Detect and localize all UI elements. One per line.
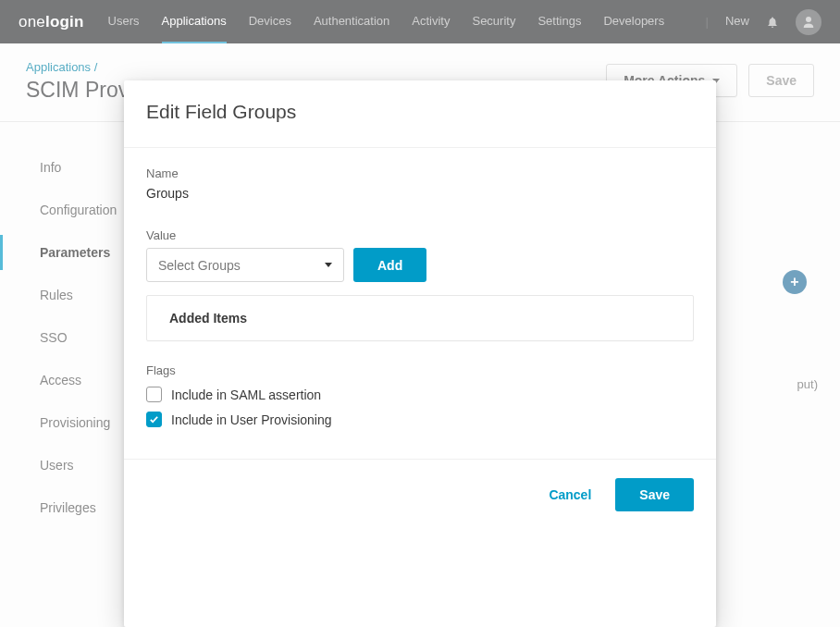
modal-title: Edit Field Groups [124, 80, 716, 148]
field-value-group: Value Select Groups Add Added Items [146, 228, 694, 341]
modal-body: Name Groups Value Select Groups Add Adde… [124, 148, 716, 459]
flag-saml-label: Include in SAML assertion [171, 387, 321, 402]
groups-select[interactable]: Select Groups [146, 248, 344, 282]
plus-icon: + [790, 274, 798, 290]
chevron-down-icon [325, 263, 332, 267]
nav-users[interactable]: Users [108, 0, 140, 43]
flags-group: Flags Include in SAML assertion Include … [146, 363, 694, 427]
flags-label: Flags [146, 363, 694, 377]
nav-new-link[interactable]: New [725, 14, 749, 30]
flag-provisioning-checkbox[interactable] [146, 412, 162, 427]
avatar[interactable] [796, 9, 821, 35]
groups-select-placeholder: Select Groups [158, 258, 241, 273]
nav-settings[interactable]: Settings [537, 0, 581, 43]
header-save-button[interactable]: Save [748, 64, 814, 97]
nav-developers[interactable]: Developers [603, 0, 664, 43]
nav-right: | New [706, 9, 821, 35]
modal-overlay: Edit Field Groups Name Groups Value Sele… [0, 0, 840, 627]
nav-devices[interactable]: Devices [249, 0, 291, 43]
divider: | [706, 15, 709, 29]
breadcrumb: Applications / [26, 60, 503, 74]
cancel-button[interactable]: Cancel [549, 487, 591, 502]
flag-provisioning-row: Include in User Provisioning [146, 412, 694, 427]
flag-saml-row: Include in SAML assertion [146, 387, 694, 402]
name-label: Name [146, 166, 694, 180]
save-button[interactable]: Save [615, 478, 694, 511]
added-items-panel: Added Items [146, 295, 694, 341]
flag-provisioning-label: Include in User Provisioning [171, 412, 332, 427]
nav-security[interactable]: Security [472, 0, 515, 43]
logo-part1: one [19, 13, 45, 31]
field-name-group: Name Groups [146, 166, 694, 201]
logo[interactable]: onelogin [19, 13, 84, 31]
modal-footer: Cancel Save [124, 459, 716, 530]
breadcrumb-root[interactable]: Applications [26, 60, 91, 74]
nav-items: Users Applications Devices Authenticatio… [108, 0, 687, 43]
flag-saml-checkbox[interactable] [146, 387, 162, 402]
logo-part2: login [45, 13, 84, 31]
background-fragment: put) [797, 377, 818, 391]
bell-icon[interactable] [766, 16, 779, 29]
svg-point-0 [806, 17, 811, 22]
add-parameter-button[interactable]: + [783, 270, 807, 294]
nav-applications[interactable]: Applications [162, 0, 227, 43]
modal: Edit Field Groups Name Groups Value Sele… [124, 80, 716, 627]
nav-activity[interactable]: Activity [412, 0, 450, 43]
top-nav: onelogin Users Applications Devices Auth… [0, 0, 840, 43]
name-value: Groups [146, 186, 694, 201]
breadcrumb-sep: / [94, 60, 98, 74]
nav-authentication[interactable]: Authentication [314, 0, 389, 43]
value-label: Value [146, 228, 694, 242]
add-button[interactable]: Add [353, 248, 426, 282]
